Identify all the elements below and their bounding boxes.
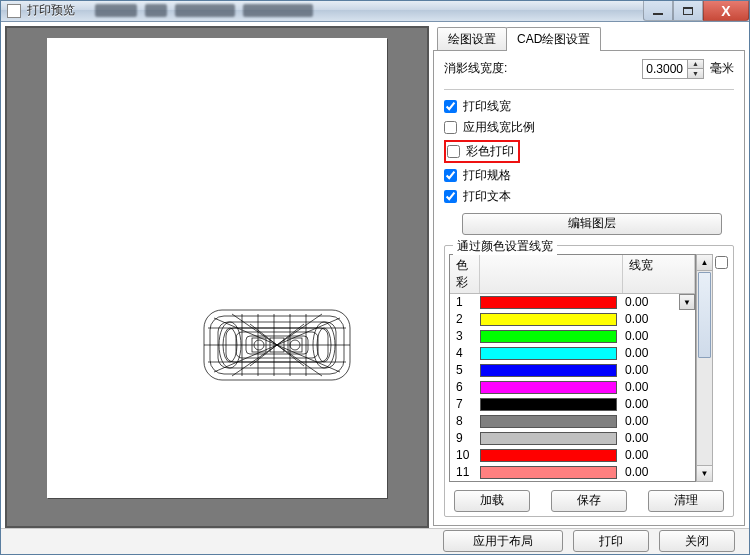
check-color-print[interactable]: 彩色打印 xyxy=(444,140,520,163)
row-index: 7 xyxy=(450,397,480,411)
color-swatch[interactable] xyxy=(480,313,617,326)
tab-plot-settings[interactable]: 绘图设置 xyxy=(437,27,507,50)
row-index: 1 xyxy=(450,295,480,309)
row-linewidth[interactable]: 0.00 xyxy=(623,363,695,377)
clear-button[interactable]: 清理 xyxy=(648,490,724,512)
color-swatch[interactable] xyxy=(480,347,617,360)
color-swatch[interactable] xyxy=(480,398,617,411)
th-color-index[interactable]: 色彩 xyxy=(450,255,480,293)
dialog-close-button[interactable]: 关闭 xyxy=(659,530,735,552)
spinner-up[interactable]: ▲ xyxy=(688,60,703,69)
save-button[interactable]: 保存 xyxy=(551,490,627,512)
row-index: 9 xyxy=(450,431,480,445)
minimize-button[interactable] xyxy=(643,1,673,21)
row-index: 6 xyxy=(450,380,480,394)
row-linewidth[interactable]: 0.00 xyxy=(623,329,695,343)
row-index: 5 xyxy=(450,363,480,377)
color-swatch[interactable] xyxy=(480,296,617,309)
divider xyxy=(444,89,734,90)
color-swatch[interactable] xyxy=(480,415,617,428)
color-linewidth-group: 通过颜色设置线宽 色彩 线宽 10.00▼20.0030.0040.0050.0… xyxy=(444,245,734,517)
table-row[interactable]: 20.00 xyxy=(450,311,695,328)
row-index: 8 xyxy=(450,414,480,428)
table-row[interactable]: 30.00 xyxy=(450,328,695,345)
check-print-spec-box[interactable] xyxy=(444,169,457,182)
edit-layers-button[interactable]: 编辑图层 xyxy=(462,213,722,235)
row-linewidth[interactable]: 0.00 xyxy=(623,448,695,462)
color-swatch[interactable] xyxy=(480,432,617,445)
hidden-line-width-spinner[interactable]: ▲ ▼ xyxy=(642,59,704,79)
dialog-footer: 应用于布局 打印 关闭 xyxy=(1,528,749,554)
app-icon xyxy=(7,4,21,18)
check-print-linewidth-box[interactable] xyxy=(444,100,457,113)
maximize-button[interactable] xyxy=(673,1,703,21)
row-linewidth[interactable]: 0.00 xyxy=(623,465,695,479)
spinner-down[interactable]: ▼ xyxy=(688,68,703,78)
check-apply-lw-scale-box[interactable] xyxy=(444,121,457,134)
table-row[interactable]: 10.00▼ xyxy=(450,294,695,311)
row-linewidth[interactable]: 0.00 xyxy=(623,312,695,326)
hidden-line-width-input[interactable] xyxy=(643,62,687,76)
check-color-print-box[interactable] xyxy=(447,145,460,158)
scroll-up[interactable]: ▲ xyxy=(697,255,712,271)
table-row[interactable]: 100.00 xyxy=(450,447,695,464)
table-row[interactable]: 50.00 xyxy=(450,362,695,379)
close-button[interactable]: X xyxy=(703,1,749,21)
check-apply-lw-scale[interactable]: 应用线宽比例 xyxy=(444,119,734,136)
table-row[interactable]: 60.00 xyxy=(450,379,695,396)
scroll-thumb[interactable] xyxy=(698,272,711,358)
table-row[interactable]: 90.00 xyxy=(450,430,695,447)
row-index: 11 xyxy=(450,465,480,479)
load-button[interactable]: 加载 xyxy=(454,490,530,512)
check-print-text-box[interactable] xyxy=(444,190,457,203)
th-linewidth[interactable]: 线宽 xyxy=(623,255,695,293)
color-swatch[interactable] xyxy=(480,466,617,479)
row-index: 3 xyxy=(450,329,480,343)
window-title: 打印预览 xyxy=(27,2,75,19)
preview-page xyxy=(47,38,387,498)
row-linewidth[interactable]: 0.00▼ xyxy=(623,295,695,309)
apply-layout-button[interactable]: 应用于布局 xyxy=(443,530,563,552)
color-table[interactable]: 色彩 线宽 10.00▼20.0030.0040.0050.0060.0070.… xyxy=(449,254,696,482)
row-linewidth[interactable]: 0.00 xyxy=(623,414,695,428)
group-legend: 通过颜色设置线宽 xyxy=(453,238,557,255)
car-wireframe xyxy=(201,308,353,382)
row-index: 2 xyxy=(450,312,480,326)
table-scrollbar[interactable]: ▲ ▼ xyxy=(696,254,713,482)
row-linewidth[interactable]: 0.00 xyxy=(623,346,695,360)
color-swatch[interactable] xyxy=(480,381,617,394)
row-index: 10 xyxy=(450,448,480,462)
row-index: 4 xyxy=(450,346,480,360)
th-color-swatch[interactable] xyxy=(480,255,623,293)
tab-cad-plot-settings[interactable]: CAD绘图设置 xyxy=(506,27,601,51)
row-linewidth[interactable]: 0.00 xyxy=(623,397,695,411)
table-row[interactable]: 110.00 xyxy=(450,464,695,481)
color-sync-checkbox[interactable] xyxy=(715,256,728,269)
preview-area xyxy=(5,26,429,528)
row-linewidth[interactable]: 0.00 xyxy=(623,380,695,394)
table-row[interactable]: 40.00 xyxy=(450,345,695,362)
table-row[interactable]: 70.00 xyxy=(450,396,695,413)
print-button[interactable]: 打印 xyxy=(573,530,649,552)
hidden-line-width-label: 消影线宽度: xyxy=(444,60,507,77)
check-print-linewidth[interactable]: 打印线宽 xyxy=(444,98,734,115)
check-print-text[interactable]: 打印文本 xyxy=(444,188,734,205)
color-swatch[interactable] xyxy=(480,449,617,462)
scroll-down[interactable]: ▼ xyxy=(697,465,712,481)
check-print-spec[interactable]: 打印规格 xyxy=(444,167,734,184)
row-linewidth[interactable]: 0.00 xyxy=(623,431,695,445)
color-swatch[interactable] xyxy=(480,364,617,377)
titlebar[interactable]: 打印预览 X xyxy=(1,1,749,22)
table-row[interactable]: 80.00 xyxy=(450,413,695,430)
settings-panel: 绘图设置 CAD绘图设置 消影线宽度: ▲ ▼ 毫米 xyxy=(433,26,745,528)
tab-strip: 绘图设置 CAD绘图设置 xyxy=(433,26,745,50)
unit-label: 毫米 xyxy=(710,60,734,77)
background-window-hint xyxy=(95,4,313,17)
print-preview-window: 打印预览 X xyxy=(0,0,750,555)
color-swatch[interactable] xyxy=(480,330,617,343)
scroll-track[interactable] xyxy=(697,271,712,465)
lw-dropdown-icon[interactable]: ▼ xyxy=(679,294,695,310)
